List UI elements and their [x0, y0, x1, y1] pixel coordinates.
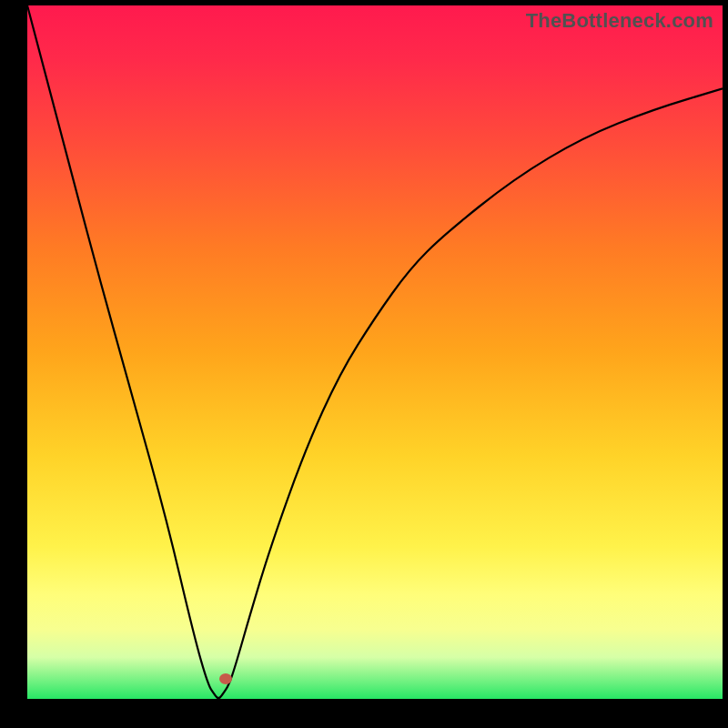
optimum-marker-icon [219, 673, 232, 684]
bottleneck-curve [27, 5, 723, 698]
plot-area: TheBottleneck.com [27, 5, 723, 699]
chart-frame: TheBottleneck.com [0, 0, 728, 728]
curve-svg [27, 5, 723, 699]
